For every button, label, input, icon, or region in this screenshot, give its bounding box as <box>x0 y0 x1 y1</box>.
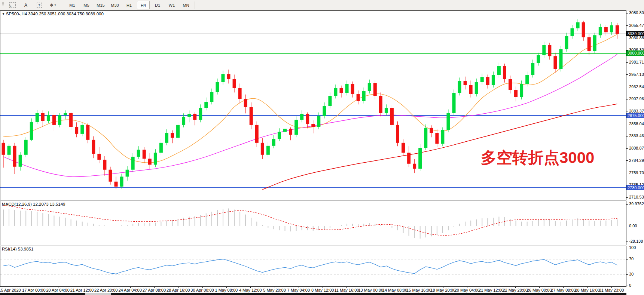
macd-tick-mark <box>626 242 628 242</box>
rsi-tick-label: 70 <box>629 256 634 261</box>
price-tick-label: 2981.715 <box>629 60 644 64</box>
chevron-down-icon: ▾ <box>54 3 56 7</box>
price-tick-mark <box>626 74 628 75</box>
rsi-tick-mark <box>626 274 628 275</box>
price-tick-mark <box>626 111 628 111</box>
arrows-icon: ❖ <box>50 3 54 8</box>
price-tick-mark <box>626 87 628 87</box>
price-level-badge: 3039.000 <box>626 31 644 36</box>
price-tick-mark <box>626 160 628 161</box>
timeframe-d1-button[interactable]: D1 <box>151 1 164 9</box>
toolbar-grip[interactable] <box>2 2 4 9</box>
macd-tick-label: -28.138 <box>629 239 643 243</box>
price-tick-label: 2957.130 <box>629 72 644 77</box>
price-tick-mark <box>626 124 628 124</box>
arrows-dropdown-button[interactable]: ❖ ▾ <box>46 1 59 9</box>
price-tick-label: 2932.545 <box>629 84 644 89</box>
price-tick-label: 3080.800 <box>629 10 644 15</box>
chart-title: ▼SP500-,H4 3049.250 3051.000 3034.750 30… <box>2 12 104 16</box>
price-tick-mark <box>626 148 628 149</box>
collapse-arrow-icon[interactable]: ▼ <box>2 12 5 16</box>
timeframe-h4-button[interactable]: H4 <box>137 1 150 9</box>
chart-annotation-text: 多空转折点3000 <box>481 150 594 166</box>
macd-tick-mark <box>626 226 628 226</box>
label-tool-button[interactable]: A <box>19 1 33 9</box>
symbol-ohlc-text: SP500-,H4 3049.250 3051.000 3034.750 303… <box>6 12 104 16</box>
timeframe-m15-button[interactable]: M15 <box>94 1 107 9</box>
trading-terminal-window: F A T ❖ ▾ M1 M5 M15 M30 H1 H4 D1 W1 MN ▼… <box>0 0 644 295</box>
rsi-tick-mark <box>626 286 628 286</box>
horizontal-scrollbar[interactable] <box>0 293 626 295</box>
label-a-icon: A <box>24 3 27 8</box>
price-tick-mark <box>626 136 628 136</box>
price-tick-label: 2907.960 <box>629 96 644 101</box>
rsi-chart[interactable] <box>0 246 626 286</box>
macd-tick-label: 39.9762 <box>629 202 644 206</box>
rsi-tick-label: 0 <box>629 283 631 288</box>
time-axis[interactable]: 15 Apr 202017 Apr 00:0020 Apr 04:0021 Ap… <box>0 287 626 293</box>
rsi-tick-label: 30 <box>629 272 634 276</box>
price-tick-mark <box>626 173 628 173</box>
text-tool-button[interactable]: T <box>33 1 46 9</box>
timeframe-m5-button[interactable]: M5 <box>80 1 93 9</box>
time-axis-label: 31 May 23:00 <box>595 288 628 292</box>
toolbar-grip[interactable] <box>61 2 63 9</box>
text-tool-icon: T <box>37 3 42 8</box>
price-chart-panel[interactable]: ▼SP500-,H4 3049.250 3051.000 3034.750 30… <box>0 10 626 200</box>
rsi-tick-label: 100 <box>629 245 636 250</box>
candlestick-chart[interactable] <box>0 11 626 200</box>
price-tick-mark <box>626 99 628 99</box>
timeframe-h1-button[interactable]: H1 <box>123 1 135 9</box>
timeframe-m30-button[interactable]: M30 <box>109 1 121 9</box>
price-tick-label: 2833.460 <box>629 133 644 138</box>
rsi-indicator-panel[interactable]: RSI(14) 53.9851 <box>0 246 626 287</box>
macd-indicator-panel[interactable]: MACD(12,26,9) 12.2073 13.5149 <box>0 201 626 245</box>
price-tick-label: 2858.045 <box>629 122 644 126</box>
price-level-badge: 2730.000 <box>626 185 644 190</box>
timeframe-mn-button[interactable]: MN <box>180 1 192 9</box>
scrollbar-thumb[interactable] <box>85 293 111 295</box>
frame-tool-icon: F <box>9 2 16 8</box>
rsi-tick-mark <box>626 248 628 248</box>
macd-chart[interactable] <box>0 201 626 245</box>
price-level-badge: 2875.000 <box>626 113 644 118</box>
rsi-tick-mark <box>626 259 628 259</box>
price-tick-mark <box>626 197 628 198</box>
timeframe-w1-button[interactable]: W1 <box>165 1 178 9</box>
timeframe-m1-button[interactable]: M1 <box>66 1 79 9</box>
price-level-badge: 3000.000 <box>626 50 644 56</box>
price-tick-mark <box>626 62 628 63</box>
macd-label: MACD(12,26,9) 12.2073 13.5149 <box>2 202 65 206</box>
rsi-label: RSI(14) 53.9851 <box>2 247 33 251</box>
price-tick-mark <box>626 38 628 38</box>
price-tick-label: 2759.705 <box>629 170 644 175</box>
price-tick-mark <box>626 13 628 13</box>
frame-tool-button[interactable]: F <box>6 1 19 9</box>
price-tick-label: 2784.290 <box>629 158 644 163</box>
toolbar: F A T ❖ ▾ M1 M5 M15 M30 H1 H4 D1 W1 MN <box>0 0 644 10</box>
price-tick-mark <box>626 25 628 26</box>
price-tick-label: 2710.535 <box>629 195 644 199</box>
toolbar-separator <box>195 1 195 9</box>
macd-tick-mark <box>626 204 628 205</box>
price-tick-label: 3055.470 <box>629 23 644 28</box>
price-tick-label: 2808.875 <box>629 146 644 150</box>
macd-tick-label: 0.00 <box>629 224 637 228</box>
